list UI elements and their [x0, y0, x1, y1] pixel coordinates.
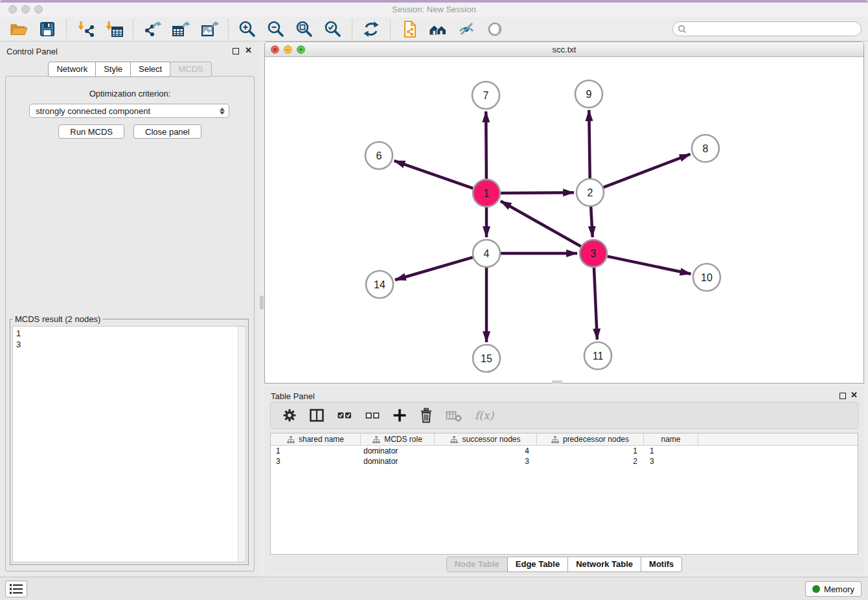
search-input[interactable] [687, 23, 861, 35]
graph-node-1[interactable]: 1 [473, 179, 500, 207]
tab-network-table[interactable]: Network Table [567, 557, 641, 572]
zoom-fit-icon[interactable] [295, 19, 314, 39]
export-table-icon[interactable] [171, 19, 190, 39]
mcds-result-title: MCDS result (2 nodes) [13, 314, 102, 324]
graph-edge-1-6[interactable] [394, 161, 474, 189]
delete-table-icon[interactable] [446, 408, 463, 422]
svg-text:6: 6 [376, 150, 382, 161]
export-image-icon[interactable] [200, 19, 219, 39]
split-table-icon[interactable] [309, 408, 325, 422]
table-settings-gear-icon[interactable] [282, 408, 297, 422]
table-toolbar: f(x) [270, 402, 858, 429]
graph-edge-3-1[interactable] [501, 201, 581, 246]
column-header-mcds-role[interactable]: MCDS role [361, 433, 435, 445]
mcds-result-text: 1 3 [13, 327, 237, 562]
select-all-columns-icon[interactable] [337, 408, 352, 422]
column-label: successor nodes [462, 435, 520, 444]
svg-text:4: 4 [484, 248, 490, 259]
graph-edge-2-8[interactable] [604, 154, 691, 187]
app-titlebar: Session: New Session [0, 3, 868, 17]
deselect-all-columns-icon[interactable] [365, 408, 380, 422]
task-history-button[interactable] [5, 581, 27, 597]
open-session-icon[interactable] [9, 19, 29, 39]
table-row[interactable]: 1dominator411 [271, 446, 858, 456]
graph-node-15[interactable]: 15 [473, 345, 500, 372]
graph-node-2[interactable]: 2 [577, 179, 604, 206]
import-table-icon[interactable] [104, 19, 124, 39]
graph-node-14[interactable]: 14 [366, 271, 393, 298]
svg-text:7: 7 [483, 90, 489, 101]
graph-node-8[interactable]: 8 [692, 135, 719, 162]
graph-edge-2-3[interactable] [591, 207, 593, 237]
column-header-predecessor-nodes[interactable]: predecessor nodes [537, 433, 644, 445]
create-column-icon[interactable] [393, 408, 407, 422]
tab-node-table[interactable]: Node Table [446, 557, 508, 572]
graph-node-6[interactable]: 6 [365, 142, 393, 169]
table-row[interactable]: 3dominator323 [271, 456, 858, 467]
table-cell: 3 [435, 456, 537, 467]
graph-edge-3-11[interactable] [594, 268, 597, 340]
graph-edge-1-7[interactable] [486, 111, 486, 179]
zoom-selected-icon[interactable] [323, 19, 343, 39]
result-scrollbar[interactable] [238, 327, 246, 562]
run-mcds-button[interactable]: Run MCDS [58, 124, 124, 139]
show-all-icon[interactable] [485, 19, 505, 39]
column-header-name[interactable]: name [644, 433, 698, 445]
import-network-icon[interactable] [76, 19, 95, 39]
table-panel-close-icon[interactable]: ✕ [851, 390, 858, 400]
criterion-dropdown[interactable]: strongly connected component [29, 104, 229, 118]
graph-edge-1-2[interactable] [501, 192, 574, 193]
graph-node-11[interactable]: 11 [584, 342, 611, 369]
svg-text:14: 14 [374, 279, 385, 290]
first-neighbors-icon[interactable] [428, 19, 448, 39]
new-network-from-selection-icon[interactable] [400, 19, 419, 39]
export-network-icon[interactable] [143, 19, 162, 39]
zoom-in-icon[interactable] [238, 19, 257, 39]
table-cell: 1 [537, 446, 644, 456]
graph-node-4[interactable]: 4 [473, 240, 500, 267]
refresh-icon[interactable] [361, 19, 381, 39]
tab-style[interactable]: Style [95, 62, 131, 77]
zoom-out-icon[interactable] [266, 19, 286, 39]
function-builder-icon[interactable]: f(x) [475, 409, 494, 422]
svg-text:1: 1 [484, 188, 490, 199]
control-panel-float-button[interactable] [233, 48, 239, 54]
network-window-titlebar: ✕ − + scc.txt [265, 42, 863, 57]
network-view-window: ✕ − + scc.txt 7968124314101511 [264, 41, 864, 384]
close-panel-button[interactable]: Close panel [133, 124, 201, 139]
memory-button[interactable]: Memory [805, 581, 862, 597]
table-panel-float-button[interactable] [839, 393, 846, 399]
svg-text:11: 11 [593, 351, 604, 362]
control-panel-tabs: NetworkStyleSelectMCDS [0, 62, 260, 77]
tab-motifs[interactable]: Motifs [641, 557, 682, 572]
graph-node-9[interactable]: 9 [575, 80, 602, 108]
graph-edge-2-9[interactable] [589, 110, 589, 178]
search-icon [677, 24, 687, 34]
control-panel-close-icon[interactable]: ✕ [245, 45, 252, 55]
tab-select[interactable]: Select [130, 62, 170, 77]
column-header-successor-nodes[interactable]: successor nodes [435, 433, 537, 445]
column-header-shared-name[interactable]: shared name [271, 433, 361, 445]
app-title: Session: New Session [0, 5, 868, 14]
graph-edge-3-10[interactable] [608, 257, 691, 274]
node-table: shared nameMCDS rolesuccessor nodesprede… [270, 433, 858, 555]
graph-node-10[interactable]: 10 [693, 264, 720, 291]
save-session-icon[interactable] [38, 19, 57, 39]
hide-selected-icon[interactable] [457, 19, 476, 39]
network-canvas[interactable]: 7968124314101511 [265, 58, 863, 383]
svg-text:2: 2 [588, 187, 593, 198]
tab-network[interactable]: Network [48, 62, 96, 77]
graph-edge-4-14[interactable] [395, 257, 473, 280]
delete-column-trash-icon[interactable] [419, 408, 433, 423]
network-window-title: scc.txt [265, 45, 863, 54]
shared-column-icon [287, 436, 295, 443]
graph-node-3[interactable]: 3 [580, 240, 607, 267]
shared-column-icon [450, 436, 458, 443]
tab-edge-table[interactable]: Edge Table [507, 557, 568, 572]
svg-text:9: 9 [586, 89, 592, 100]
panel-splitter-handle[interactable] [260, 295, 264, 310]
tab-mcds[interactable]: MCDS [170, 62, 211, 77]
column-header-filler [698, 433, 858, 445]
graph-node-7[interactable]: 7 [472, 82, 499, 109]
canvas-resize-handle[interactable] [552, 380, 562, 384]
